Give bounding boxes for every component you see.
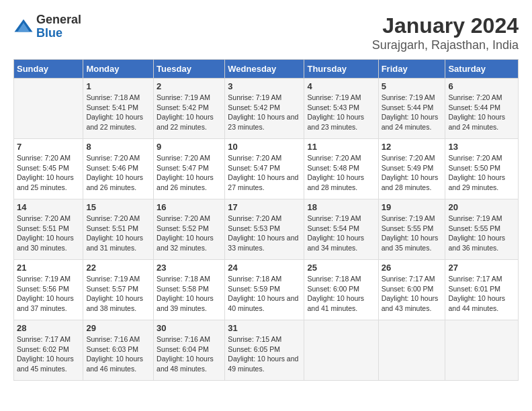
week-row-4: 21 Sunrise: 7:19 AM Sunset: 5:56 PM Dayl… [14,260,519,320]
daylight-text: Daylight: 10 hours and 39 minutes. [157,293,222,313]
day-number: 29 [86,323,150,333]
day-cell: 16 Sunrise: 7:20 AM Sunset: 5:52 PM Dayl… [154,199,225,260]
day-cell: 3 Sunrise: 7:19 AM Sunset: 5:42 PM Dayli… [225,79,304,139]
daylight-text: Daylight: 10 hours and 22 minutes. [157,112,222,132]
day-cell [14,79,83,139]
day-cell: 10 Sunrise: 7:20 AM Sunset: 5:47 PM Dayl… [225,139,304,199]
sunset-text: Sunset: 5:55 PM [448,224,515,234]
day-number: 27 [448,263,515,273]
sunset-text: Sunset: 6:05 PM [228,345,301,355]
sunrise-text: Sunrise: 7:20 AM [448,93,515,103]
daylight-text: Daylight: 10 hours and 26 minutes. [157,173,222,192]
page-subtitle: Surajgarh, Rajasthan, India [372,38,519,52]
day-number: 19 [382,202,443,212]
sunset-text: Sunset: 5:42 PM [228,103,301,113]
daylight-text: Daylight: 10 hours and 27 minutes. [228,173,301,192]
sunset-text: Sunset: 5:50 PM [448,163,515,173]
sunrise-text: Sunrise: 7:20 AM [157,214,222,224]
header-monday: Monday [83,60,154,79]
sunrise-text: Sunrise: 7:19 AM [86,274,150,284]
daylight-text: Daylight: 10 hours and 28 minutes. [382,173,443,192]
daylight-text: Daylight: 10 hours and 36 minutes. [448,233,515,253]
sunrise-text: Sunrise: 7:15 AM [228,334,301,345]
sunrise-text: Sunrise: 7:20 AM [382,153,443,163]
day-cell: 31 Sunrise: 7:15 AM Sunset: 6:05 PM Dayl… [225,320,304,381]
day-cell: 18 Sunrise: 7:19 AM Sunset: 5:54 PM Dayl… [304,199,378,260]
daylight-text: Daylight: 10 hours and 37 minutes. [17,293,80,313]
header-friday: Friday [378,60,445,79]
day-number: 9 [157,142,222,152]
daylight-text: Daylight: 10 hours and 24 minutes. [448,112,515,132]
day-cell: 9 Sunrise: 7:20 AM Sunset: 5:47 PM Dayli… [154,139,225,199]
sunset-text: Sunset: 5:43 PM [307,103,375,113]
sunset-text: Sunset: 6:03 PM [86,345,150,355]
day-number: 15 [86,202,150,212]
sunset-text: Sunset: 5:51 PM [86,224,150,234]
daylight-text: Daylight: 10 hours and 48 minutes. [157,354,222,373]
sunrise-text: Sunrise: 7:18 AM [157,274,222,284]
sunset-text: Sunset: 5:45 PM [17,163,80,173]
day-cell: 28 Sunrise: 7:17 AM Sunset: 6:02 PM Dayl… [14,320,83,381]
day-number: 24 [228,263,301,273]
logo-icon [13,17,34,37]
day-cell: 19 Sunrise: 7:19 AM Sunset: 5:55 PM Dayl… [378,199,445,260]
sunset-text: Sunset: 5:57 PM [86,284,150,294]
sunset-text: Sunset: 5:53 PM [228,224,301,234]
sunrise-text: Sunrise: 7:19 AM [307,214,375,224]
day-number: 26 [382,263,443,273]
day-cell: 7 Sunrise: 7:20 AM Sunset: 5:45 PM Dayli… [14,139,83,199]
week-row-5: 28 Sunrise: 7:17 AM Sunset: 6:02 PM Dayl… [14,320,519,381]
sunset-text: Sunset: 5:51 PM [17,224,80,234]
daylight-text: Daylight: 10 hours and 41 minutes. [307,293,375,313]
daylight-text: Daylight: 10 hours and 34 minutes. [307,233,375,253]
sunrise-text: Sunrise: 7:20 AM [307,153,375,163]
day-cell: 2 Sunrise: 7:19 AM Sunset: 5:42 PM Dayli… [154,79,225,139]
day-cell: 4 Sunrise: 7:19 AM Sunset: 5:43 PM Dayli… [304,79,378,139]
day-cell: 21 Sunrise: 7:19 AM Sunset: 5:56 PM Dayl… [14,260,83,320]
day-number: 16 [157,202,222,212]
sunset-text: Sunset: 6:02 PM [17,345,80,355]
sunset-text: Sunset: 5:55 PM [382,224,443,234]
day-number: 13 [448,142,515,152]
day-cell: 17 Sunrise: 7:20 AM Sunset: 5:53 PM Dayl… [225,199,304,260]
daylight-text: Daylight: 10 hours and 49 minutes. [228,354,301,373]
daylight-text: Daylight: 10 hours and 24 minutes. [382,112,443,132]
daylight-text: Daylight: 10 hours and 29 minutes. [448,173,515,192]
sunrise-text: Sunrise: 7:16 AM [86,334,150,345]
sunset-text: Sunset: 5:42 PM [157,103,222,113]
page-header: General Blue January 2024 Surajgarh, Raj… [13,13,519,52]
page-title: January 2024 [372,13,519,38]
day-cell: 5 Sunrise: 7:19 AM Sunset: 5:44 PM Dayli… [378,79,445,139]
day-cell: 11 Sunrise: 7:20 AM Sunset: 5:48 PM Dayl… [304,139,378,199]
logo-general-text: General [36,13,81,26]
sunset-text: Sunset: 5:41 PM [86,103,150,113]
day-number: 4 [307,81,375,91]
day-number: 17 [228,202,301,212]
day-cell: 8 Sunrise: 7:20 AM Sunset: 5:46 PM Dayli… [83,139,154,199]
sunrise-text: Sunrise: 7:19 AM [228,93,301,103]
sunrise-text: Sunrise: 7:20 AM [157,153,222,163]
header-tuesday: Tuesday [154,60,225,79]
week-row-2: 7 Sunrise: 7:20 AM Sunset: 5:45 PM Dayli… [14,139,519,199]
sunrise-text: Sunrise: 7:16 AM [157,334,222,345]
day-cell: 14 Sunrise: 7:20 AM Sunset: 5:51 PM Dayl… [14,199,83,260]
day-number: 12 [382,142,443,152]
day-number: 8 [86,142,150,152]
sunrise-text: Sunrise: 7:17 AM [382,274,443,284]
sunset-text: Sunset: 5:59 PM [228,284,301,294]
day-number: 14 [17,202,80,212]
day-number: 25 [307,263,375,273]
sunrise-text: Sunrise: 7:20 AM [17,214,80,224]
day-number: 7 [17,142,80,152]
header-thursday: Thursday [304,60,378,79]
sunrise-text: Sunrise: 7:20 AM [228,214,301,224]
daylight-text: Daylight: 10 hours and 43 minutes. [382,293,443,313]
day-cell: 20 Sunrise: 7:19 AM Sunset: 5:55 PM Dayl… [445,199,519,260]
sunrise-text: Sunrise: 7:18 AM [307,274,375,284]
day-number: 20 [448,202,515,212]
sunset-text: Sunset: 5:44 PM [448,103,515,113]
sunset-text: Sunset: 5:48 PM [307,163,375,173]
daylight-text: Daylight: 10 hours and 30 minutes. [17,233,80,253]
sunset-text: Sunset: 5:52 PM [157,224,222,234]
title-block: January 2024 Surajgarh, Rajasthan, India [372,13,519,52]
